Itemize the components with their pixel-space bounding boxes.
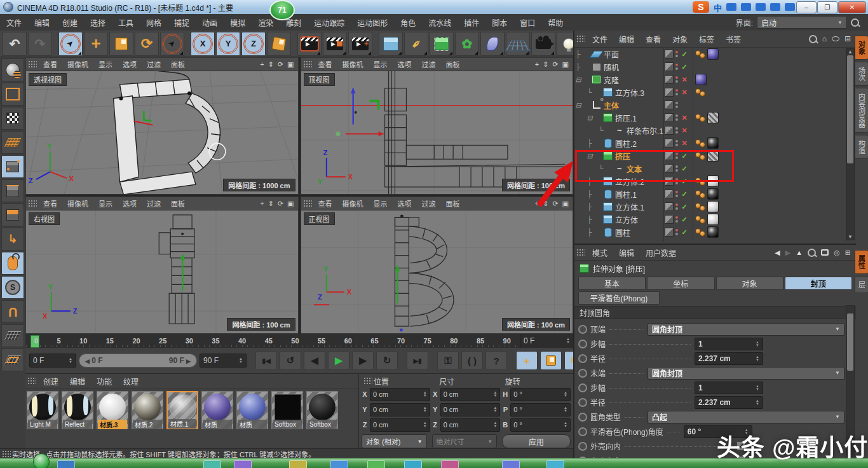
menu-window[interactable]: 窗口 bbox=[513, 17, 541, 28]
object-row[interactable]: ├ 圆柱 ✓ bbox=[574, 226, 856, 238]
tab-coordinates[interactable]: 坐标 bbox=[647, 277, 714, 290]
om-menu-file[interactable]: 文件 bbox=[587, 34, 613, 45]
keyboard-icon[interactable] bbox=[770, 3, 780, 11]
keyframe-selection-button[interactable]: ? bbox=[485, 351, 507, 370]
anim-dot-icon[interactable] bbox=[578, 398, 587, 407]
anim-dot-icon[interactable] bbox=[578, 413, 587, 422]
add-camera-button[interactable] bbox=[531, 32, 555, 56]
pan-view-icon[interactable]: + bbox=[260, 60, 264, 69]
layer-icon[interactable] bbox=[665, 88, 674, 97]
texture-tag-icon[interactable] bbox=[695, 88, 705, 97]
menu-character[interactable]: 角色 bbox=[394, 17, 422, 28]
layer-icon[interactable] bbox=[665, 189, 674, 198]
rotation-p-field[interactable]: 0 °▲▼ bbox=[510, 403, 571, 416]
om-menu-object[interactable]: 对象 bbox=[667, 34, 693, 45]
steps-spinner[interactable]: 1▲▼ bbox=[695, 338, 763, 350]
panel-grip-icon[interactable] bbox=[363, 377, 372, 385]
taskbar-icon[interactable] bbox=[441, 460, 459, 468]
menu-file[interactable]: 文件 bbox=[0, 17, 28, 28]
texture-tag-icon[interactable] bbox=[695, 114, 705, 122]
menu-script[interactable]: 脚本 bbox=[485, 17, 513, 28]
vp-menu-view[interactable]: 查看 bbox=[313, 198, 337, 209]
punctuation-icon[interactable] bbox=[726, 3, 736, 11]
texture-tag-icon[interactable] bbox=[695, 50, 705, 59]
tab-object[interactable]: 对象 bbox=[716, 277, 783, 290]
collapse-icon[interactable]: ⊟ bbox=[586, 114, 593, 122]
menu-pipeline[interactable]: 流水线 bbox=[422, 17, 458, 28]
move-tool[interactable]: + bbox=[84, 32, 108, 56]
history-forward-icon[interactable]: ▶ bbox=[785, 249, 790, 257]
material-tag-icon[interactable] bbox=[707, 112, 719, 123]
zoom-view-icon[interactable]: ⇕ bbox=[543, 60, 548, 69]
mat-menu-edit[interactable]: 编辑 bbox=[64, 376, 91, 387]
texture-tag-icon[interactable] bbox=[695, 139, 705, 148]
object-row[interactable]: ⊟ 克隆 ✕ bbox=[574, 73, 856, 86]
taskbar-icon[interactable] bbox=[404, 460, 422, 468]
om-menu-bookmarks[interactable]: 书签 bbox=[720, 34, 747, 45]
play-button[interactable]: ▶ bbox=[328, 351, 349, 370]
close-button[interactable]: ✕ bbox=[838, 1, 866, 13]
apply-button[interactable]: 应用 bbox=[502, 434, 571, 448]
panel-grip-icon[interactable] bbox=[28, 60, 37, 68]
search-icon[interactable] bbox=[808, 249, 816, 257]
emoji-icon[interactable] bbox=[741, 3, 751, 11]
enabled-icon[interactable]: ✓ bbox=[680, 50, 689, 59]
render-settings-button[interactable]: ✳ bbox=[348, 32, 372, 56]
object-row[interactable]: ├ 圆柱.2 ✕ bbox=[574, 137, 856, 149]
material-tag-icon[interactable] bbox=[707, 214, 719, 225]
vp-menu-camera[interactable]: 摄像机 bbox=[62, 59, 93, 69]
add-mograph-button[interactable]: ✿ bbox=[455, 32, 479, 56]
add-deformer-button[interactable] bbox=[480, 32, 505, 56]
maximize-view-icon[interactable]: ▣ bbox=[562, 60, 569, 69]
layer-icon[interactable] bbox=[665, 100, 674, 109]
steps-spinner[interactable]: 1▲▼ bbox=[695, 382, 763, 394]
menu-select[interactable]: 选择 bbox=[84, 17, 112, 28]
disabled-icon[interactable]: ✕ bbox=[680, 127, 689, 135]
add-panel-icon[interactable]: ⊞ bbox=[844, 34, 851, 43]
tab-objects[interactable]: 对象 bbox=[855, 36, 868, 60]
add-subdivision-button[interactable] bbox=[430, 32, 454, 56]
layer-icon[interactable] bbox=[665, 228, 674, 237]
taskbar-icon[interactable] bbox=[234, 460, 252, 468]
panel-grip-icon[interactable] bbox=[28, 200, 37, 207]
material-tag-icon[interactable] bbox=[695, 74, 707, 85]
position-x-field[interactable]: 0 cm▲▼ bbox=[370, 388, 430, 401]
enabled-icon[interactable]: ✓ bbox=[680, 190, 689, 198]
object-row[interactable]: ├ 立方体 ✓ bbox=[574, 213, 856, 226]
vp-menu-panel[interactable]: 面板 bbox=[166, 198, 190, 209]
menu-motion-tracker[interactable]: 运动跟踪 bbox=[308, 17, 351, 28]
material-item[interactable]: Light M bbox=[27, 391, 60, 429]
object-row[interactable]: ├ 圆柱.1 ✓ bbox=[574, 188, 856, 200]
menu-mograph[interactable]: 运动图形 bbox=[351, 17, 394, 28]
mat-menu-create[interactable]: 创建 bbox=[37, 376, 64, 387]
anim-dot-icon[interactable] bbox=[578, 340, 587, 348]
material-item[interactable]: Softbox bbox=[271, 391, 304, 429]
make-editable-button[interactable] bbox=[1, 59, 24, 81]
section-cap-fillet[interactable]: 封顶圆角 bbox=[574, 306, 856, 319]
tab-content-browser[interactable]: 内容浏览器 bbox=[855, 88, 868, 133]
fillet-type-dropdown[interactable]: 凸起▼ bbox=[648, 411, 844, 423]
object-row[interactable]: └ 立方体.3 ✕ bbox=[574, 86, 856, 99]
texture-tag-icon[interactable] bbox=[695, 216, 705, 224]
material-tag-icon[interactable] bbox=[707, 137, 719, 149]
layer-icon[interactable] bbox=[665, 62, 674, 71]
taskbar-icon[interactable] bbox=[203, 460, 221, 468]
taskbar-icon[interactable] bbox=[502, 460, 520, 468]
material-tag-icon[interactable] bbox=[707, 226, 719, 238]
axis-mode-button[interactable]: ↳ bbox=[1, 228, 24, 251]
tab-attributes[interactable]: 属性 bbox=[855, 250, 868, 274]
history-back-icon[interactable]: ◀ bbox=[775, 249, 780, 257]
rotation-b-field[interactable]: 0 °▲▼ bbox=[510, 418, 571, 432]
taskbar-icon[interactable] bbox=[546, 460, 564, 468]
om-menu-tags[interactable]: 标签 bbox=[693, 34, 720, 45]
toolbox-icon[interactable] bbox=[785, 3, 795, 11]
minimize-button[interactable]: – bbox=[796, 1, 817, 13]
material-item-selected[interactable]: 材质.3 bbox=[97, 391, 130, 429]
panel-grip-icon[interactable] bbox=[303, 200, 312, 207]
anim-dot-icon[interactable] bbox=[578, 383, 587, 392]
vp-menu-display[interactable]: 显示 bbox=[369, 198, 393, 209]
object-row[interactable]: ├ 平面 ✓ bbox=[574, 48, 856, 60]
points-mode-button[interactable] bbox=[1, 155, 24, 178]
menu-help[interactable]: 帮助 bbox=[541, 17, 569, 28]
edges-mode-button[interactable] bbox=[1, 179, 24, 202]
